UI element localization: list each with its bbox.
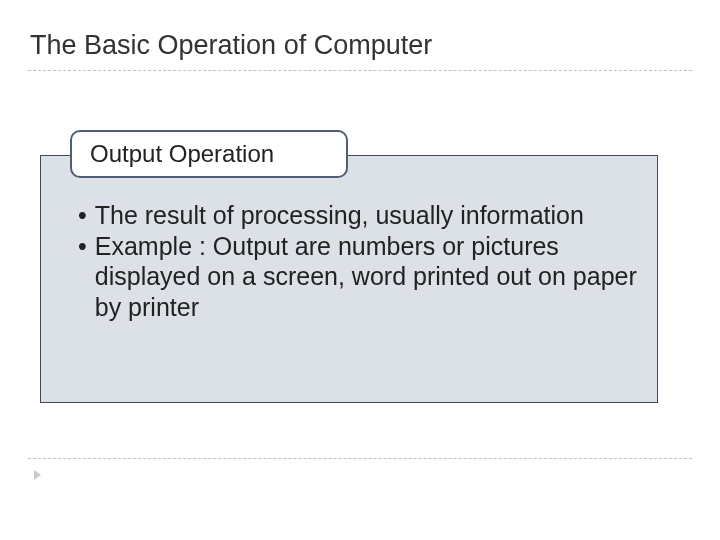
bullet-icon: • bbox=[78, 200, 87, 231]
bullet-icon: • bbox=[78, 231, 87, 323]
bullet-text: The result of processing, usually inform… bbox=[95, 200, 638, 231]
list-item: • The result of processing, usually info… bbox=[78, 200, 638, 231]
divider-top bbox=[28, 70, 692, 71]
divider-bottom bbox=[28, 458, 692, 459]
heading-text: Output Operation bbox=[90, 140, 274, 168]
slide-title: The Basic Operation of Computer bbox=[30, 30, 432, 61]
list-item: • Example : Output are numbers or pictur… bbox=[78, 231, 638, 323]
heading-pill: Output Operation bbox=[70, 130, 348, 178]
bullet-text: Example : Output are numbers or pictures… bbox=[95, 231, 638, 323]
slide: The Basic Operation of Computer Output O… bbox=[0, 0, 720, 540]
play-icon bbox=[34, 470, 41, 480]
bullet-list: • The result of processing, usually info… bbox=[78, 200, 638, 322]
